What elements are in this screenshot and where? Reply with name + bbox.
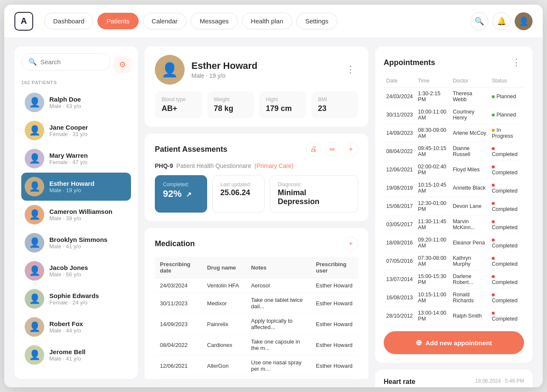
- bell-icon: 🔔: [497, 17, 506, 26]
- table-cell: 08:30-09:00 AM: [416, 124, 450, 142]
- patient-list-item[interactable]: 👤 Jerome Bell Male · 41 y/o: [21, 341, 131, 369]
- table-cell: Ronald Richards: [450, 289, 489, 307]
- nav-messages[interactable]: Messages: [191, 13, 237, 29]
- table-cell: Aerosol: [246, 278, 311, 293]
- table-cell: Medixor: [202, 293, 246, 314]
- table-cell: 07/05/2016: [384, 252, 416, 270]
- table-cell: 14/09/2023: [384, 124, 416, 142]
- patient-list-item[interactable]: 👤 Esther Howard Male · 19 y/o: [21, 173, 131, 201]
- status-cell: Planned: [489, 88, 524, 106]
- table-cell: 10:15-11:00 AM: [416, 289, 450, 307]
- patient-avatar: 👤: [25, 149, 44, 168]
- patient-list-item[interactable]: 👤 Robert Fox Male · 44 y/o: [21, 313, 131, 341]
- table-cell: Painrelix: [202, 314, 246, 335]
- edit-button[interactable]: ✏: [325, 142, 339, 156]
- medication-table: Prescribing dateDrug nameNotesPrescribin…: [155, 257, 358, 379]
- table-row: 18/09/201609:20-11:00 AMEleanor PenaComp…: [384, 234, 524, 252]
- patient-list-item[interactable]: 👤 Cameron Williamson Male · 39 y/o: [21, 201, 131, 229]
- add-medication-button[interactable]: +: [344, 236, 358, 251]
- patient-list-item[interactable]: 👤 Brooklyn Simmons Male · 41 y/o: [21, 229, 131, 257]
- table-cell: Marvin McKinn...: [450, 216, 489, 234]
- patient-avatar: 👤: [25, 345, 44, 365]
- nav-calendar[interactable]: Calendar: [143, 13, 187, 29]
- table-cell: Arlene McCoy: [450, 124, 489, 142]
- add-appointment-button[interactable]: ⊕ Add new appointment: [384, 331, 524, 354]
- vital-label: Hight: [266, 97, 299, 102]
- status-dot: [492, 165, 495, 168]
- status-cell: Completed: [489, 270, 524, 289]
- assessments-title: Patient Assesments: [155, 145, 227, 154]
- appt-col-header: Time: [416, 74, 450, 88]
- patient-name: Mary Warren: [49, 152, 88, 159]
- assess-completed: Completed: 92% ↗: [155, 175, 207, 213]
- appt-col-header: Date: [384, 74, 416, 88]
- patient-name: Esther Howard: [191, 60, 257, 71]
- patient-info: Male · 44 y/o: [49, 327, 83, 334]
- heart-rate-card: Heart rate 18.06.2024 · 5:48 PM Range 63…: [375, 369, 533, 387]
- table-cell: 12/06/2021: [155, 355, 202, 376]
- patient-list-item[interactable]: 👤 Mary Warren Female · 47 y/o: [21, 145, 131, 173]
- patient-list-item[interactable]: 👤 Jane Cooper Female · 31 y/o: [21, 116, 131, 145]
- nav-settings[interactable]: Settings: [296, 13, 337, 29]
- table-cell: Esther Howard: [311, 376, 358, 379]
- table-cell: Cardionex: [202, 335, 246, 355]
- patient-info: Female · 47 y/o: [49, 159, 88, 165]
- vital-value: 179 cm: [266, 104, 299, 113]
- appointments-table: DateTimeDoctorStatus 24/03/20241:30-2:15…: [384, 74, 524, 325]
- patient-list-item[interactable]: 👤 Sophie Edwards Female · 24 y/o: [21, 285, 131, 313]
- medication-title: Medication: [155, 239, 195, 248]
- table-cell: Esther Howard: [311, 355, 358, 376]
- table-row: 24/03/2024Ventolin HFAAerosolEsther Howa…: [155, 278, 358, 293]
- table-cell: Kathryn Murphy: [450, 252, 489, 270]
- nav-dashboard[interactable]: Dashboard: [44, 13, 93, 29]
- patient-list-item[interactable]: 👤 Jacob Jones Male · 56 y/o: [21, 257, 131, 285]
- table-cell: 15/08/2017: [384, 197, 416, 216]
- patient-more-button[interactable]: ⋮: [343, 62, 358, 77]
- med-col-header: Drug name: [202, 257, 246, 278]
- patient-info: Male · 43 y/o: [49, 103, 81, 109]
- search-icon: 🔍: [475, 17, 484, 26]
- vital-label: Blood type: [162, 97, 195, 102]
- patient-list-item[interactable]: 👤 Ralph Edwards Male · 38 y/o: [21, 369, 131, 372]
- table-cell: 30/11/2023: [384, 106, 416, 124]
- filter-button[interactable]: ⚙: [114, 56, 131, 73]
- patient-list-item[interactable]: 👤 Ralph Doe Male · 43 y/o: [21, 88, 131, 116]
- patient-subtitle: Male · 19 y/o: [191, 72, 257, 79]
- table-cell: 12:30-01:00 PM: [416, 197, 450, 216]
- right-panel: Appointments ⋮ DateTimeDoctorStatus 24/0…: [375, 46, 533, 379]
- status-cell: Completed: [489, 197, 524, 216]
- patient-name: Jane Cooper: [49, 124, 88, 131]
- status-cell: Completed: [489, 216, 524, 234]
- assess-last-updated: Last updated: 25.06.24: [212, 175, 265, 213]
- table-row: 28/10/201213:00-14:00 PMRalph SmithCompl…: [384, 307, 524, 325]
- appointments-title: Appointments: [384, 58, 435, 67]
- add-button[interactable]: +: [344, 142, 358, 156]
- print-button[interactable]: 🖨: [306, 142, 321, 156]
- patient-info: Male · 56 y/o: [49, 271, 88, 278]
- patient-name: Sophie Edwards: [49, 292, 99, 299]
- table-cell: Apply topically to affected...: [246, 314, 311, 335]
- nav-patients[interactable]: Patients: [97, 13, 138, 29]
- search-input[interactable]: [40, 58, 103, 65]
- status-dot: [492, 202, 495, 205]
- table-row: 15/08/201712:30-01:00 PMDevon LaneComple…: [384, 197, 524, 216]
- search-button[interactable]: 🔍: [470, 12, 488, 30]
- table-cell: 1:30-2:15 PM: [416, 88, 450, 106]
- patient-info: Male · 19 y/o: [49, 187, 94, 193]
- notifications-button[interactable]: 🔔: [493, 12, 510, 30]
- table-cell: 09:20-11:00 AM: [416, 234, 450, 252]
- table-cell: Inject subcutaneously onc...: [246, 376, 311, 379]
- patient-avatar: 👤: [25, 289, 44, 309]
- main-content: 🔍 ⚙ 162 PATIENTS 👤 Ralph Doe Male · 43 y…: [4, 38, 543, 387]
- search-icon: 🔍: [28, 58, 37, 66]
- patient-header-card: 👤 Esther Howard Male · 19 y/o ⋮ Blood ty…: [145, 46, 368, 127]
- appointments-more-button[interactable]: ⋮: [509, 55, 524, 70]
- table-cell: Ralph Smith: [450, 307, 489, 325]
- table-cell: 13:00-14:00 PM: [416, 307, 450, 325]
- table-cell: Esther Howard: [311, 335, 358, 355]
- table-cell: 09:45-10:15 AM: [416, 142, 450, 161]
- vital-card: Blood typeAB+: [155, 91, 202, 118]
- nav-health-plan[interactable]: Health plan: [242, 13, 292, 29]
- table-cell: 12/06/2021: [384, 161, 416, 179]
- table-cell: 14/09/2023: [155, 314, 202, 335]
